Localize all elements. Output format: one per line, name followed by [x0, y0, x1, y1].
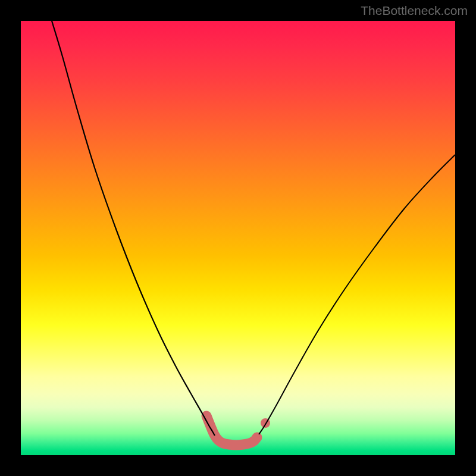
chart-frame: TheBottleneck.com: [0, 0, 476, 476]
curve-layer: [21, 21, 455, 455]
left-curve: [52, 21, 215, 436]
right-curve: [259, 155, 455, 434]
plot-area: [21, 21, 455, 455]
valley-highlight: [206, 416, 257, 445]
watermark-text: TheBottleneck.com: [361, 4, 468, 18]
curves-group: [52, 21, 455, 445]
